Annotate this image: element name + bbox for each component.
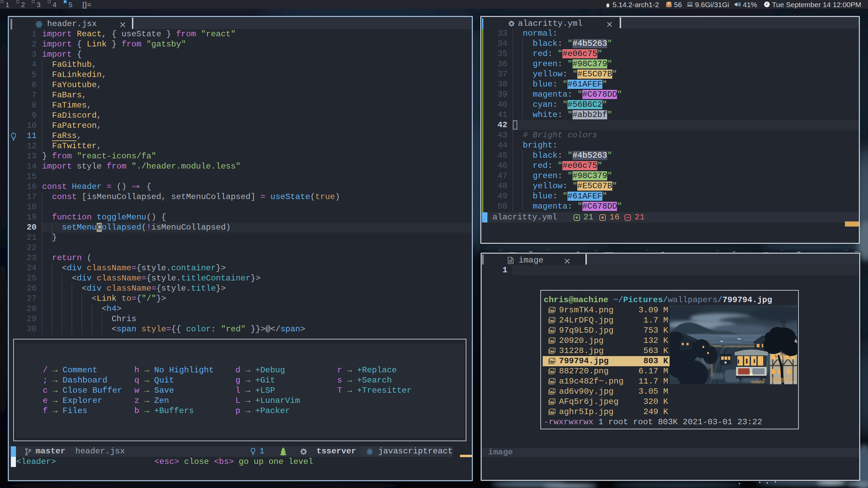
- svg-text:www.DesktopBackground.org: www.DesktopBackground.org: [771, 380, 797, 384]
